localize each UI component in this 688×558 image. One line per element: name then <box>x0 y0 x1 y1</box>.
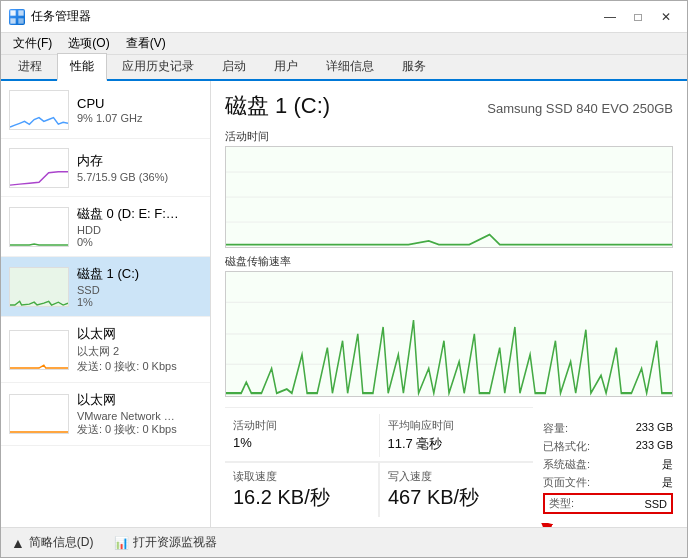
disk1-info: 磁盘 1 (C:) SSD 1% <box>77 265 202 308</box>
ethernet1-mini-chart <box>9 330 69 370</box>
main-window: 任务管理器 — □ ✕ 文件(F) 选项(O) 查看(V) 进程 性能 应用历史… <box>0 0 688 558</box>
chart1-title: 活动时间 <box>225 129 673 144</box>
info-capacity: 容量: 233 GB <box>543 421 673 436</box>
chart1-container: 100% 60 秒 0 <box>225 146 673 248</box>
capacity-label: 容量: <box>543 421 568 436</box>
title-bar: 任务管理器 — □ ✕ <box>1 1 687 33</box>
sidebar-item-ethernet1[interactable]: 以太网 以太网 2 发送: 0 接收: 0 Kbps <box>1 317 210 383</box>
page-file-label: 页面文件: <box>543 475 590 490</box>
svg-line-19 <box>545 525 575 527</box>
svg-rect-9 <box>10 395 68 433</box>
write-speed-value: 467 KB/秒 <box>388 484 525 511</box>
ethernet2-type: VMware Network … <box>77 410 202 422</box>
stats-row: 活动时间 1% 平均响应时间 11.7 毫秒 <box>225 407 533 457</box>
tab-users[interactable]: 用户 <box>261 53 311 79</box>
tab-process[interactable]: 进程 <box>5 53 55 79</box>
info-formatted: 已格式化: 233 GB <box>543 439 673 454</box>
disk1-label: 磁盘 1 (C:) <box>77 265 202 283</box>
charts-section: 活动时间 100% 60 秒 0 <box>225 129 673 397</box>
maximize-button[interactable]: □ <box>625 6 651 28</box>
disk0-info: 磁盘 0 (D: E: F:… HDD 0% <box>77 205 202 248</box>
footer: ▲ 简略信息(D) 📊 打开资源监视器 <box>1 527 687 557</box>
minimize-button[interactable]: — <box>597 6 623 28</box>
type-value: SSD <box>644 498 667 510</box>
main-content: CPU 9% 1.07 GHz 内存 5.7/15.9 GB (36%) <box>1 81 687 527</box>
stat-active-value: 1% <box>233 435 371 450</box>
footer-monitor-label: 打开资源监视器 <box>133 534 217 551</box>
footer-monitor-icon: 📊 <box>114 536 129 550</box>
sidebar-item-memory[interactable]: 内存 5.7/15.9 GB (36%) <box>1 139 210 197</box>
footer-monitor[interactable]: 📊 打开资源监视器 <box>114 534 217 551</box>
stat-active-time: 活动时间 1% <box>225 414 380 457</box>
cpu-label: CPU <box>77 96 202 111</box>
ethernet1-info: 以太网 以太网 2 发送: 0 接收: 0 Kbps <box>77 325 202 374</box>
footer-summary-label: 简略信息(D) <box>29 534 94 551</box>
svg-rect-8 <box>10 331 68 369</box>
right-info-panel: 容量: 233 GB 已格式化: 233 GB 系统磁盘: 是 页面文件: 是 <box>533 421 673 517</box>
cpu-stats: 9% 1.07 GHz <box>77 112 202 124</box>
tab-app-history[interactable]: 应用历史记录 <box>109 53 207 79</box>
tab-startup[interactable]: 启动 <box>209 53 259 79</box>
detail-panel: 磁盘 1 (C:) Samsung SSD 840 EVO 250GB 活动时间… <box>211 81 687 527</box>
tab-performance[interactable]: 性能 <box>57 53 107 81</box>
chart2-title: 磁盘传输速率 <box>225 254 673 269</box>
sidebar-item-disk1[interactable]: 磁盘 1 (C:) SSD 1% <box>1 257 210 317</box>
sidebar-item-disk0[interactable]: 磁盘 0 (D: E: F:… HDD 0% <box>1 197 210 257</box>
tab-services[interactable]: 服务 <box>389 53 439 79</box>
footer-summary[interactable]: ▲ 简略信息(D) <box>11 534 94 551</box>
sidebar-item-cpu[interactable]: CPU 9% 1.07 GHz <box>1 81 210 139</box>
ethernet2-label: 以太网 <box>77 391 202 409</box>
formatted-label: 已格式化: <box>543 439 590 454</box>
capacity-value: 233 GB <box>636 421 673 436</box>
memory-info: 内存 5.7/15.9 GB (36%) <box>77 152 202 183</box>
tab-bar: 进程 性能 应用历史记录 启动 用户 详细信息 服务 <box>1 55 687 81</box>
svg-rect-2 <box>10 18 15 23</box>
menu-options[interactable]: 选项(O) <box>60 33 117 54</box>
detail-header: 磁盘 1 (C:) Samsung SSD 840 EVO 250GB <box>225 91 673 121</box>
stat-response-label: 平均响应时间 <box>388 418 526 433</box>
footer-summary-icon: ▲ <box>11 535 25 551</box>
ethernet1-stats: 发送: 0 接收: 0 Kbps <box>77 359 202 374</box>
window-controls: — □ ✕ <box>597 6 679 28</box>
tab-details[interactable]: 详细信息 <box>313 53 387 79</box>
read-speed-value: 16.2 KB/秒 <box>233 484 370 511</box>
svg-rect-0 <box>10 10 15 15</box>
disk1-type: SSD <box>77 284 202 296</box>
info-type: 类型: SSD <box>543 493 673 514</box>
disk0-usage: 0% <box>77 236 202 248</box>
disk0-mini-chart <box>9 207 69 247</box>
system-disk-label: 系统磁盘: <box>543 457 590 472</box>
bottom-left: 活动时间 1% 平均响应时间 11.7 毫秒 读取速度 16.2 KB/秒 <box>225 401 533 517</box>
stat-response-time: 平均响应时间 11.7 毫秒 <box>380 414 534 457</box>
ethernet2-stats: 发送: 0 接收: 0 Kbps <box>77 422 202 437</box>
speed-row: 读取速度 16.2 KB/秒 写入速度 467 KB/秒 <box>225 461 533 517</box>
read-speed-label: 读取速度 <box>233 469 370 484</box>
write-speed-label: 写入速度 <box>388 469 525 484</box>
disk1-usage: 1% <box>77 296 202 308</box>
stat-response-value: 11.7 毫秒 <box>388 435 526 453</box>
read-speed-box: 读取速度 16.2 KB/秒 <box>225 463 380 517</box>
memory-stats: 5.7/15.9 GB (36%) <box>77 171 202 183</box>
menu-view[interactable]: 查看(V) <box>118 33 174 54</box>
svg-rect-6 <box>10 208 68 246</box>
ethernet1-label: 以太网 <box>77 325 202 343</box>
type-label: 类型: <box>549 496 574 511</box>
chart2-container: 100 KB/秒 60 秒 0 <box>225 271 673 397</box>
disk0-type: HDD <box>77 224 202 236</box>
page-file-value: 是 <box>662 475 673 490</box>
ethernet2-info: 以太网 VMware Network … 发送: 0 接收: 0 Kbps <box>77 391 202 437</box>
ethernet2-mini-chart <box>9 394 69 434</box>
arrow-icon <box>525 523 651 527</box>
cpu-mini-chart <box>9 90 69 130</box>
app-icon <box>9 9 25 25</box>
disk0-label: 磁盘 0 (D: E: F:… <box>77 205 202 223</box>
info-page-file: 页面文件: 是 <box>543 475 673 490</box>
close-button[interactable]: ✕ <box>653 6 679 28</box>
menu-file[interactable]: 文件(F) <box>5 33 60 54</box>
sidebar-item-ethernet2[interactable]: 以太网 VMware Network … 发送: 0 接收: 0 Kbps <box>1 383 210 446</box>
disk1-mini-chart <box>9 267 69 307</box>
stat-active-label: 活动时间 <box>233 418 371 433</box>
system-disk-value: 是 <box>662 457 673 472</box>
svg-rect-3 <box>18 18 23 23</box>
write-speed-box: 写入速度 467 KB/秒 <box>380 463 533 517</box>
